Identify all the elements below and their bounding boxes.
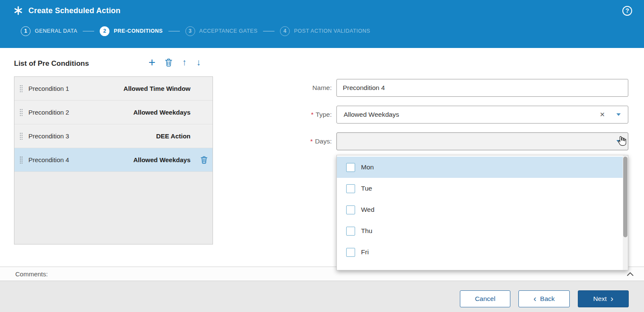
precondition-detail-form: Name: *Type: Allowed Weekdays ✕ *Days: bbox=[336, 79, 628, 159]
list-item-precondition-1[interactable]: Precondition 1 Allowed Time Window bbox=[14, 77, 213, 101]
option-label: Thu bbox=[361, 227, 372, 235]
tue-checkbox[interactable] bbox=[346, 184, 355, 193]
step-acceptance-gates[interactable]: 3 ACCEPTANCE GATES bbox=[185, 26, 258, 36]
wed-checkbox[interactable] bbox=[346, 205, 355, 214]
type-dropdown[interactable]: Allowed Weekdays ✕ bbox=[336, 106, 628, 124]
thu-checkbox[interactable] bbox=[346, 227, 355, 236]
name-input[interactable] bbox=[336, 79, 628, 97]
option-label: Tue bbox=[361, 185, 372, 192]
list-item-precondition-2[interactable]: Precondition 2 Allowed Weekdays bbox=[14, 101, 213, 124]
page-title: Create Scheduled Action bbox=[28, 6, 120, 15]
next-button[interactable]: Next › bbox=[578, 290, 629, 307]
days-field-row: *Days: bbox=[336, 132, 628, 150]
option-fri[interactable]: Fri bbox=[337, 242, 628, 263]
dropdown-scrollbar[interactable] bbox=[623, 155, 628, 270]
option-label: Fri bbox=[361, 248, 369, 256]
step-connector bbox=[263, 31, 274, 31]
step-number: 1 bbox=[21, 26, 31, 36]
title-bar: Create Scheduled Action ? bbox=[0, 0, 644, 21]
drag-handle-icon[interactable] bbox=[20, 84, 23, 93]
step-label: POST ACTION VALIDATIONS bbox=[294, 28, 370, 34]
type-value: Allowed Weekdays bbox=[344, 111, 399, 118]
chevron-down-icon[interactable] bbox=[616, 140, 621, 143]
option-label: Mon bbox=[361, 163, 374, 171]
precondition-name: Precondition 3 bbox=[28, 132, 69, 140]
cancel-label: Cancel bbox=[475, 295, 495, 303]
step-connector bbox=[168, 31, 180, 31]
step-pre-conditions[interactable]: 2 PRE-CONDITIONS bbox=[100, 26, 162, 36]
chevron-left-icon: ‹ bbox=[533, 294, 536, 303]
back-button[interactable]: ‹ Back bbox=[518, 290, 570, 307]
option-wed[interactable]: Wed bbox=[337, 199, 628, 220]
back-label: Back bbox=[540, 295, 554, 303]
pre-conditions-list-title: List of Pre Conditions bbox=[14, 59, 89, 68]
option-label: Wed bbox=[361, 206, 375, 214]
step-post-action-validations[interactable]: 4 POST ACTION VALIDATIONS bbox=[280, 26, 370, 36]
help-icon: ? bbox=[625, 7, 629, 14]
name-label: Name: bbox=[260, 79, 332, 97]
option-thu[interactable]: Thu bbox=[337, 220, 628, 242]
row-action-slot bbox=[190, 156, 207, 164]
delete-row-button[interactable] bbox=[201, 156, 207, 164]
step-label: ACCEPTANCE GATES bbox=[199, 28, 258, 34]
move-down-button[interactable]: ↓ bbox=[196, 58, 201, 67]
required-marker: * bbox=[311, 111, 314, 118]
mon-checkbox[interactable] bbox=[346, 163, 355, 172]
collapse-comments-button[interactable] bbox=[625, 270, 636, 278]
list-toolbar: + ↑ ↓ bbox=[148, 58, 201, 67]
next-label: Next bbox=[593, 295, 607, 303]
header: Create Scheduled Action ? 1 GENERAL DATA… bbox=[0, 0, 644, 48]
add-precondition-button[interactable]: + bbox=[148, 58, 155, 67]
step-connector bbox=[83, 31, 94, 31]
fri-checkbox[interactable] bbox=[346, 248, 355, 257]
days-label: *Days: bbox=[260, 132, 332, 150]
type-field-row: *Type: Allowed Weekdays ✕ bbox=[336, 106, 628, 124]
chevron-down-icon[interactable] bbox=[616, 113, 621, 116]
option-tue[interactable]: Tue bbox=[337, 178, 628, 199]
step-number: 3 bbox=[185, 26, 195, 36]
clear-type-icon[interactable]: ✕ bbox=[598, 111, 607, 118]
create-scheduled-action-window: Create Scheduled Action ? 1 GENERAL DATA… bbox=[0, 0, 644, 312]
precondition-name: Precondition 1 bbox=[28, 85, 69, 92]
drag-handle-icon[interactable] bbox=[20, 156, 23, 164]
move-up-button[interactable]: ↑ bbox=[182, 58, 187, 67]
drag-handle-icon[interactable] bbox=[20, 132, 23, 141]
delete-precondition-button[interactable] bbox=[165, 58, 172, 67]
step-number: 4 bbox=[280, 26, 290, 36]
option-mon[interactable]: Mon bbox=[337, 157, 628, 178]
cancel-button[interactable]: Cancel bbox=[460, 290, 510, 307]
days-dropdown[interactable] bbox=[336, 132, 628, 150]
precondition-type: DEE Action bbox=[156, 132, 190, 140]
days-options-panel: Mon Tue Wed Thu Fri bbox=[336, 155, 628, 270]
list-item-precondition-3[interactable]: Precondition 3 DEE Action bbox=[14, 124, 213, 148]
step-number: 2 bbox=[100, 26, 109, 36]
comments-label: Comments: bbox=[15, 270, 48, 278]
list-item-precondition-4-selected[interactable]: Precondition 4 Allowed Weekdays bbox=[14, 148, 213, 172]
precondition-name: Precondition 2 bbox=[28, 109, 69, 116]
type-label: *Type: bbox=[260, 106, 332, 124]
step-general-data[interactable]: 1 GENERAL DATA bbox=[21, 26, 77, 36]
precondition-type: Allowed Weekdays bbox=[133, 156, 190, 163]
precondition-type: Allowed Weekdays bbox=[133, 109, 190, 116]
precondition-name: Precondition 4 bbox=[28, 156, 69, 163]
wizard-steps: 1 GENERAL DATA 2 PRE-CONDITIONS 3 ACCEPT… bbox=[0, 21, 644, 41]
required-marker: * bbox=[310, 138, 313, 145]
step-label: GENERAL DATA bbox=[35, 28, 77, 34]
name-field-row: Name: bbox=[336, 79, 628, 97]
scrollbar-thumb[interactable] bbox=[623, 157, 627, 237]
precondition-type: Allowed Time Window bbox=[123, 85, 190, 92]
chevron-right-icon: › bbox=[610, 294, 613, 303]
pre-conditions-list: Precondition 1 Allowed Time Window Preco… bbox=[14, 76, 213, 245]
help-button[interactable]: ? bbox=[622, 6, 632, 16]
asterisk-app-icon bbox=[14, 6, 23, 15]
footer-bar: Cancel ‹ Back Next › bbox=[0, 281, 644, 312]
drag-handle-icon[interactable] bbox=[20, 108, 23, 117]
step-label: PRE-CONDITIONS bbox=[114, 28, 162, 34]
